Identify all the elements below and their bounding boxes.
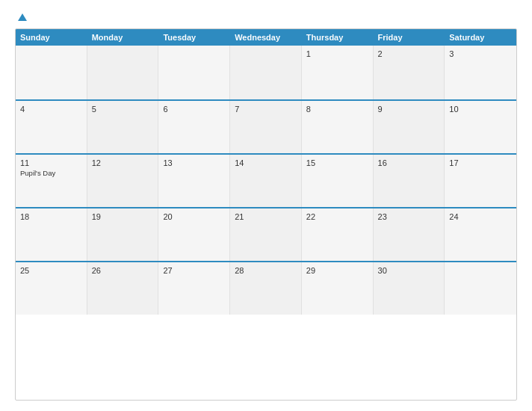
calendar-cell: 30 [374, 262, 445, 315]
day-number: 22 [306, 212, 368, 221]
day-number: 8 [306, 105, 368, 114]
day-number: 30 [378, 266, 440, 275]
day-number: 18 [20, 212, 82, 221]
day-number: 12 [92, 158, 154, 167]
calendar-cell: 6 [158, 101, 230, 153]
day-number: 10 [449, 105, 512, 114]
day-number: 5 [92, 105, 154, 114]
day-header-friday: Friday [374, 29, 445, 46]
calendar-cell [158, 46, 230, 99]
day-number: 9 [378, 105, 440, 114]
calendar-cell: 2 [374, 46, 445, 99]
day-number: 27 [163, 266, 225, 275]
calendar-cell: 1 [302, 46, 374, 99]
day-number: 1 [306, 49, 368, 58]
calendar-cell: 22 [302, 208, 374, 261]
calendar-week-5: 252627282930 [16, 261, 516, 315]
logo-triangle-icon [18, 13, 27, 21]
day-number: 4 [20, 105, 82, 114]
calendar-header-row: SundayMondayTuesdayWednesdayThursdayFrid… [16, 29, 516, 46]
day-header-tuesday: Tuesday [158, 29, 230, 46]
calendar: SundayMondayTuesdayWednesdayThursdayFrid… [15, 28, 517, 401]
calendar-cell: 7 [230, 101, 302, 153]
calendar-cell: 23 [374, 208, 445, 261]
day-number: 25 [20, 266, 82, 275]
day-number: 17 [449, 158, 512, 167]
calendar-cell: 21 [230, 208, 302, 261]
day-number: 3 [449, 49, 512, 58]
day-number: 29 [306, 266, 368, 275]
day-number: 11 [20, 158, 82, 167]
calendar-cell [87, 46, 159, 99]
calendar-cell: 19 [87, 208, 159, 261]
calendar-week-1: 123 [16, 46, 516, 99]
calendar-cell: 13 [158, 155, 230, 207]
calendar-cell: 28 [230, 262, 302, 315]
calendar-cell [445, 262, 516, 315]
calendar-week-2: 45678910 [16, 99, 516, 153]
day-number: 24 [449, 212, 512, 221]
day-number: 16 [378, 158, 440, 167]
logo [15, 13, 27, 21]
calendar-week-4: 18192021222324 [16, 207, 516, 261]
logo-blue-text [15, 13, 27, 21]
day-number: 15 [306, 158, 368, 167]
event-label: Pupil's Day [20, 169, 82, 177]
day-number: 6 [163, 105, 225, 114]
calendar-week-3: 11Pupil's Day121314151617 [16, 153, 516, 207]
day-header-sunday: Sunday [16, 29, 87, 46]
calendar-cell: 9 [374, 101, 445, 153]
calendar-cell: 29 [302, 262, 374, 315]
day-number: 19 [92, 212, 154, 221]
day-number: 7 [235, 105, 297, 114]
day-number: 23 [378, 212, 440, 221]
calendar-cell: 27 [158, 262, 230, 315]
calendar-cell: 20 [158, 208, 230, 261]
day-header-monday: Monday [87, 29, 159, 46]
calendar-cell: 24 [445, 208, 516, 261]
page: SundayMondayTuesdayWednesdayThursdayFrid… [0, 0, 532, 411]
day-number: 2 [378, 49, 440, 58]
calendar-cell: 5 [87, 101, 159, 153]
calendar-cell: 17 [445, 155, 516, 207]
day-header-saturday: Saturday [445, 29, 516, 46]
day-number: 13 [163, 158, 225, 167]
header [15, 13, 517, 21]
calendar-body: 1234567891011Pupil's Day1213141516171819… [16, 46, 516, 315]
calendar-cell [16, 46, 87, 99]
day-number: 14 [235, 158, 297, 167]
calendar-cell [230, 46, 302, 99]
calendar-cell: 16 [374, 155, 445, 207]
calendar-cell: 25 [16, 262, 87, 315]
calendar-cell: 10 [445, 101, 516, 153]
day-number: 28 [235, 266, 297, 275]
calendar-cell: 26 [87, 262, 159, 315]
calendar-cell: 11Pupil's Day [16, 155, 87, 207]
calendar-cell: 18 [16, 208, 87, 261]
calendar-cell: 3 [445, 46, 516, 99]
calendar-cell: 12 [87, 155, 159, 207]
day-header-wednesday: Wednesday [230, 29, 302, 46]
day-number: 21 [235, 212, 297, 221]
calendar-cell: 14 [230, 155, 302, 207]
calendar-cell: 8 [302, 101, 374, 153]
calendar-cell: 4 [16, 101, 87, 153]
day-header-thursday: Thursday [302, 29, 374, 46]
day-number: 26 [92, 266, 154, 275]
calendar-cell: 15 [302, 155, 374, 207]
day-number: 20 [163, 212, 225, 221]
